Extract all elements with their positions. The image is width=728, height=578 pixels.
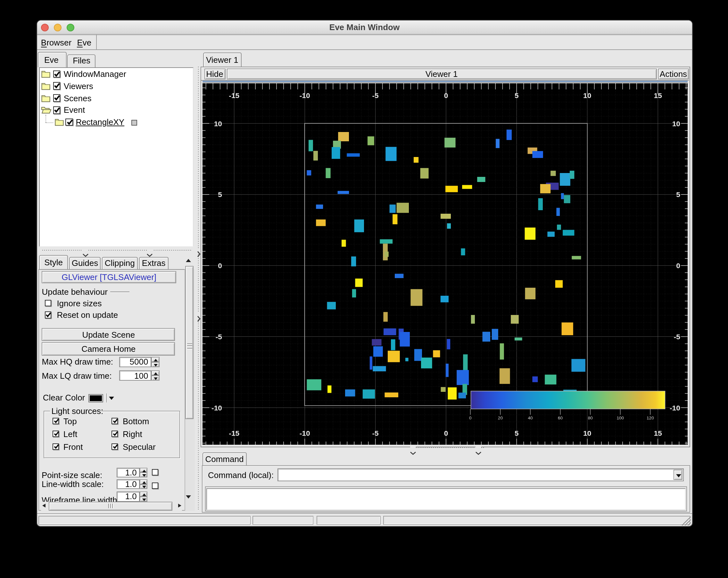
svg-text:120: 120 (647, 415, 654, 420)
svg-text:-5: -5 (674, 332, 681, 341)
svg-text:0: 0 (218, 261, 222, 269)
svg-text:5: 5 (218, 190, 222, 198)
svg-text:-15: -15 (229, 429, 239, 437)
svg-text:5: 5 (515, 91, 519, 99)
svg-text:-5: -5 (216, 332, 223, 341)
svg-text:5: 5 (515, 429, 519, 437)
svg-text:10: 10 (672, 119, 680, 128)
svg-text:-10: -10 (670, 403, 680, 412)
svg-text:10: 10 (583, 91, 591, 99)
svg-text:-10: -10 (211, 403, 222, 412)
svg-text:0: 0 (676, 261, 680, 269)
svg-text:15: 15 (654, 91, 662, 99)
svg-text:20: 20 (498, 415, 503, 420)
svg-text:10: 10 (583, 429, 591, 437)
svg-text:-15: -15 (229, 91, 239, 99)
svg-text:-10: -10 (300, 91, 310, 99)
svg-text:-5: -5 (372, 429, 379, 437)
svg-text:-5: -5 (372, 91, 379, 99)
svg-text:5: 5 (676, 190, 680, 198)
svg-text:60: 60 (558, 415, 563, 420)
svg-text:10: 10 (214, 119, 222, 128)
svg-text:0: 0 (469, 415, 472, 420)
svg-text:0: 0 (444, 91, 448, 99)
svg-text:-10: -10 (300, 429, 310, 437)
svg-text:15: 15 (654, 429, 662, 437)
svg-text:100: 100 (617, 415, 624, 420)
svg-text:80: 80 (588, 415, 593, 420)
svg-text:0: 0 (444, 429, 448, 437)
svg-text:40: 40 (528, 415, 533, 420)
